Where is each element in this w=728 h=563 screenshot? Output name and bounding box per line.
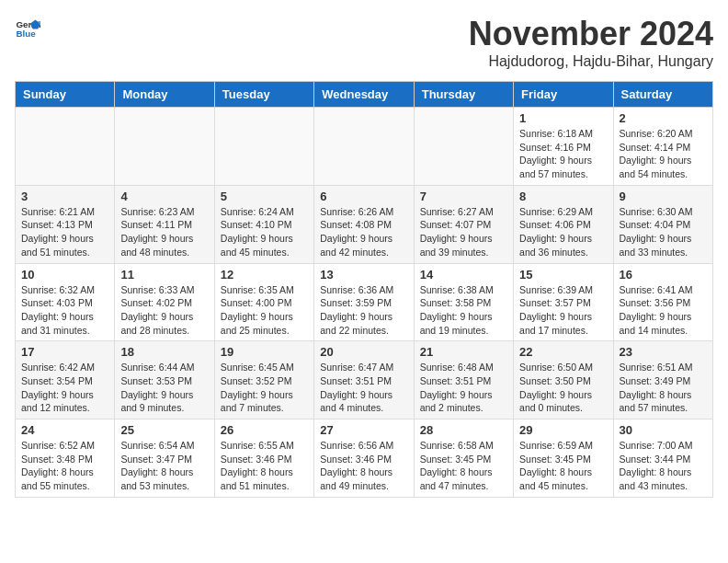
calendar-cell: 1Sunrise: 6:18 AM Sunset: 4:16 PM Daylig… — [514, 108, 613, 186]
calendar-table: SundayMondayTuesdayWednesdayThursdayFrid… — [15, 81, 713, 498]
day-info: Sunrise: 6:47 AM Sunset: 3:51 PM Dayligh… — [320, 361, 407, 415]
calendar-cell — [16, 108, 115, 186]
day-number: 5 — [221, 190, 308, 203]
day-info: Sunrise: 6:38 AM Sunset: 3:58 PM Dayligh… — [420, 283, 507, 338]
day-number: 1 — [519, 111, 607, 125]
calendar-cell: 7Sunrise: 6:27 AM Sunset: 4:07 PM Daylig… — [414, 185, 513, 263]
calendar-cell: 23Sunrise: 6:51 AM Sunset: 3:49 PM Dayli… — [613, 341, 712, 419]
day-info: Sunrise: 6:35 AM Sunset: 4:00 PM Dayligh… — [221, 283, 308, 338]
day-number: 22 — [519, 345, 607, 359]
day-header-tuesday: Tuesday — [214, 82, 313, 108]
day-info: Sunrise: 6:52 AM Sunset: 3:48 PM Dayligh… — [21, 439, 108, 493]
day-number: 8 — [519, 190, 607, 203]
day-header-thursday: Thursday — [414, 82, 513, 108]
calendar-cell — [314, 108, 414, 186]
calendar-cell: 17Sunrise: 6:42 AM Sunset: 3:54 PM Dayli… — [16, 341, 115, 419]
day-number: 12 — [221, 268, 308, 282]
day-info: Sunrise: 6:44 AM Sunset: 3:53 PM Dayligh… — [120, 361, 208, 415]
calendar-cell: 21Sunrise: 6:48 AM Sunset: 3:51 PM Dayli… — [414, 341, 513, 419]
day-header-monday: Monday — [115, 82, 214, 108]
day-number: 14 — [420, 268, 507, 282]
day-header-friday: Friday — [514, 82, 613, 108]
day-info: Sunrise: 6:42 AM Sunset: 3:54 PM Dayligh… — [21, 361, 108, 415]
day-info: Sunrise: 6:33 AM Sunset: 4:02 PM Dayligh… — [120, 283, 208, 338]
day-number: 17 — [21, 345, 108, 359]
day-info: Sunrise: 7:00 AM Sunset: 3:44 PM Dayligh… — [620, 439, 707, 493]
calendar-cell: 26Sunrise: 6:55 AM Sunset: 3:46 PM Dayli… — [214, 419, 313, 498]
day-number: 26 — [221, 423, 308, 437]
day-header-saturday: Saturday — [613, 82, 712, 108]
calendar-cell: 22Sunrise: 6:50 AM Sunset: 3:50 PM Dayli… — [514, 341, 613, 419]
calendar-cell — [414, 108, 513, 186]
day-number: 11 — [120, 268, 208, 282]
logo: General Blue — [15, 15, 40, 40]
calendar-cell: 19Sunrise: 6:45 AM Sunset: 3:52 PM Dayli… — [214, 341, 313, 419]
logo-icon: General Blue — [15, 15, 40, 40]
day-header-sunday: Sunday — [16, 82, 115, 108]
day-number: 29 — [519, 423, 607, 437]
week-row-4: 24Sunrise: 6:52 AM Sunset: 3:48 PM Dayli… — [16, 419, 713, 498]
day-number: 13 — [320, 268, 407, 282]
day-number: 21 — [420, 345, 507, 359]
day-info: Sunrise: 6:29 AM Sunset: 4:06 PM Dayligh… — [519, 205, 607, 259]
day-info: Sunrise: 6:21 AM Sunset: 4:13 PM Dayligh… — [21, 205, 108, 259]
day-number: 20 — [320, 345, 407, 359]
week-row-1: 3Sunrise: 6:21 AM Sunset: 4:13 PM Daylig… — [16, 185, 713, 263]
day-info: Sunrise: 6:51 AM Sunset: 3:49 PM Dayligh… — [620, 361, 707, 415]
day-info: Sunrise: 6:48 AM Sunset: 3:51 PM Dayligh… — [420, 361, 507, 415]
calendar-cell: 25Sunrise: 6:54 AM Sunset: 3:47 PM Dayli… — [115, 419, 214, 498]
calendar-cell: 2Sunrise: 6:20 AM Sunset: 4:14 PM Daylig… — [613, 108, 712, 186]
day-info: Sunrise: 6:45 AM Sunset: 3:52 PM Dayligh… — [221, 361, 308, 415]
calendar-cell: 29Sunrise: 6:59 AM Sunset: 3:45 PM Dayli… — [514, 419, 613, 498]
day-number: 25 — [120, 423, 208, 437]
calendar-cell: 9Sunrise: 6:30 AM Sunset: 4:04 PM Daylig… — [613, 185, 712, 263]
calendar-cell: 16Sunrise: 6:41 AM Sunset: 3:56 PM Dayli… — [613, 263, 712, 341]
day-info: Sunrise: 6:59 AM Sunset: 3:45 PM Dayligh… — [519, 439, 607, 493]
calendar-cell: 28Sunrise: 6:58 AM Sunset: 3:45 PM Dayli… — [414, 419, 513, 498]
calendar-cell: 5Sunrise: 6:24 AM Sunset: 4:10 PM Daylig… — [214, 185, 313, 263]
day-info: Sunrise: 6:26 AM Sunset: 4:08 PM Dayligh… — [320, 205, 407, 259]
day-number: 10 — [21, 268, 108, 282]
day-number: 7 — [420, 190, 507, 203]
calendar-cell: 27Sunrise: 6:56 AM Sunset: 3:46 PM Dayli… — [314, 419, 414, 498]
calendar-cell: 18Sunrise: 6:44 AM Sunset: 3:53 PM Dayli… — [115, 341, 214, 419]
calendar-cell: 20Sunrise: 6:47 AM Sunset: 3:51 PM Dayli… — [314, 341, 414, 419]
day-number: 2 — [620, 111, 707, 125]
calendar-cell: 8Sunrise: 6:29 AM Sunset: 4:06 PM Daylig… — [514, 185, 613, 263]
location-title: Hajdudorog, Hajdu-Bihar, Hungary — [469, 53, 713, 70]
calendar-cell: 30Sunrise: 7:00 AM Sunset: 3:44 PM Dayli… — [613, 419, 712, 498]
calendar-cell: 15Sunrise: 6:39 AM Sunset: 3:57 PM Dayli… — [514, 263, 613, 341]
day-number: 15 — [519, 268, 607, 282]
day-info: Sunrise: 6:27 AM Sunset: 4:07 PM Dayligh… — [420, 205, 507, 259]
day-info: Sunrise: 6:20 AM Sunset: 4:14 PM Dayligh… — [620, 127, 707, 181]
day-number: 30 — [620, 423, 707, 437]
week-row-2: 10Sunrise: 6:32 AM Sunset: 4:03 PM Dayli… — [16, 263, 713, 341]
day-info: Sunrise: 6:55 AM Sunset: 3:46 PM Dayligh… — [221, 439, 308, 493]
day-info: Sunrise: 6:56 AM Sunset: 3:46 PM Dayligh… — [320, 439, 407, 493]
day-info: Sunrise: 6:39 AM Sunset: 3:57 PM Dayligh… — [519, 283, 607, 338]
month-title: November 2024 — [469, 15, 713, 53]
calendar-cell: 6Sunrise: 6:26 AM Sunset: 4:08 PM Daylig… — [314, 185, 414, 263]
day-info: Sunrise: 6:58 AM Sunset: 3:45 PM Dayligh… — [420, 439, 507, 493]
calendar-cell: 24Sunrise: 6:52 AM Sunset: 3:48 PM Dayli… — [16, 419, 115, 498]
day-number: 3 — [21, 190, 108, 203]
day-number: 6 — [320, 190, 407, 203]
calendar-cell: 14Sunrise: 6:38 AM Sunset: 3:58 PM Dayli… — [414, 263, 513, 341]
day-info: Sunrise: 6:24 AM Sunset: 4:10 PM Dayligh… — [221, 205, 308, 259]
day-info: Sunrise: 6:18 AM Sunset: 4:16 PM Dayligh… — [519, 127, 607, 181]
day-info: Sunrise: 6:41 AM Sunset: 3:56 PM Dayligh… — [620, 283, 707, 338]
day-number: 9 — [620, 190, 707, 203]
week-row-3: 17Sunrise: 6:42 AM Sunset: 3:54 PM Dayli… — [16, 341, 713, 419]
day-header-wednesday: Wednesday — [314, 82, 414, 108]
header: General Blue November 2024 Hajdudorog, H… — [15, 15, 713, 70]
day-info: Sunrise: 6:32 AM Sunset: 4:03 PM Dayligh… — [21, 283, 108, 338]
calendar-cell: 3Sunrise: 6:21 AM Sunset: 4:13 PM Daylig… — [16, 185, 115, 263]
day-info: Sunrise: 6:30 AM Sunset: 4:04 PM Dayligh… — [620, 205, 707, 259]
calendar-cell: 11Sunrise: 6:33 AM Sunset: 4:02 PM Dayli… — [115, 263, 214, 341]
svg-text:Blue: Blue — [16, 29, 36, 39]
day-number: 23 — [620, 345, 707, 359]
day-number: 16 — [620, 268, 707, 282]
title-area: November 2024 Hajdudorog, Hajdu-Bihar, H… — [469, 15, 713, 70]
calendar-cell: 12Sunrise: 6:35 AM Sunset: 4:00 PM Dayli… — [214, 263, 313, 341]
day-number: 19 — [221, 345, 308, 359]
